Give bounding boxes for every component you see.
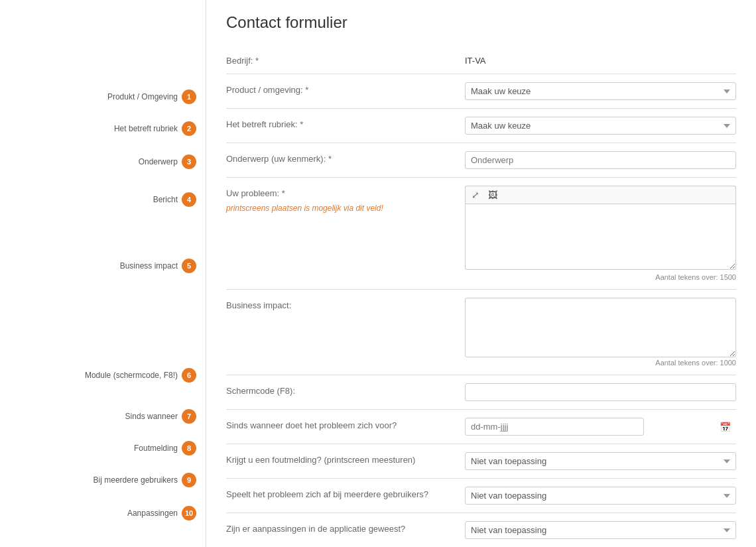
rubriek-control: Maak uw keuze <box>465 117 736 135</box>
company-section: Bedrijf: * IT-VA <box>226 45 736 74</box>
badge-9: 9 <box>182 473 196 487</box>
onderwerp-control <box>465 151 736 169</box>
rubriek-select[interactable]: Maak uw keuze <box>465 117 736 135</box>
badge-8: 8 <box>182 441 196 456</box>
product-label: Product / omgeving: * <box>226 82 452 95</box>
sidebar-label-7: Sinds wanneer <box>125 412 178 421</box>
badge-3: 3 <box>182 154 196 169</box>
business-textarea[interactable] <box>465 298 736 357</box>
sidebar-item-4: Bericht 4 <box>0 192 206 207</box>
rubriek-section: Het betreft rubriek: * Maak uw keuze <box>226 108 736 143</box>
meerdere-section: Speelt het probleem zich af bij meerdere… <box>226 478 736 513</box>
sidebar-label-9: Bij meerdere gebruikers <box>94 475 178 485</box>
sidebar-item-1: Produkt / Omgeving 1 <box>0 90 206 104</box>
meerdere-label: Speelt het probleem zich af bij meerdere… <box>226 487 452 499</box>
sidebar: Produkt / Omgeving 1 Het betreft rubriek… <box>0 0 206 547</box>
sidebar-item-5: Business impact 5 <box>0 259 206 273</box>
sinds-input[interactable] <box>465 418 644 436</box>
probleem-section: Uw probleem: * printscreens plaatsen is … <box>226 177 736 289</box>
schermcode-control <box>465 383 736 401</box>
onderwerp-section: Onderwerp (uw kenmerk): * <box>226 143 736 177</box>
sidebar-item-10: Aanpassingen 10 <box>0 506 206 520</box>
sinds-control: 📅 <box>465 418 736 436</box>
schermcode-label: Schermcode (F8): <box>226 383 452 396</box>
rubriek-label: Het betreft rubriek: * <box>226 117 452 129</box>
expand-icon[interactable]: ⤢ <box>470 189 481 201</box>
aanpassingen-select[interactable]: Niet van toepassing <box>465 521 736 539</box>
sidebar-label-2: Het betreft rubriek <box>114 124 178 133</box>
sinds-label: Sinds wanneer doet het probleem zich voo… <box>226 418 452 430</box>
business-label: Business impact: <box>226 298 452 310</box>
badge-5: 5 <box>182 259 196 273</box>
company-label: Bedrijf: * <box>226 53 452 66</box>
page-wrapper: Produkt / Omgeving 1 Het betreft rubriek… <box>0 0 756 547</box>
business-section: Business impact: Aantal tekens over: 100… <box>226 289 736 375</box>
sidebar-label-5: Business impact <box>120 261 178 271</box>
aanpassingen-control: Niet van toepassing <box>465 521 736 539</box>
sidebar-item-3: Onderwerp 3 <box>0 154 206 169</box>
business-char-count: Aantal tekens over: 1000 <box>465 359 736 367</box>
calendar-icon: 📅 <box>720 422 731 432</box>
schermcode-input[interactable] <box>465 383 736 401</box>
product-select[interactable]: Maak uw keuze <box>465 82 736 100</box>
probleem-char-count: Aantal tekens over: 1500 <box>465 273 736 281</box>
sidebar-item-7: Sinds wanneer 7 <box>0 409 206 424</box>
onderwerp-input[interactable] <box>465 151 736 169</box>
sidebar-item-9: Bij meerdere gebruikers 9 <box>0 473 206 487</box>
probleem-hint: printscreens plaatsen is mogelijk via di… <box>226 201 452 213</box>
date-wrapper: 📅 <box>465 418 736 436</box>
sidebar-label-10: Aanpassingen <box>127 509 178 518</box>
business-control: Aantal tekens over: 1000 <box>465 298 736 367</box>
probleem-label-group: Uw probleem: * printscreens plaatsen is … <box>226 186 452 213</box>
foutmelding-section: Krijgt u een foutmelding? (printscreen m… <box>226 444 736 478</box>
badge-2: 2 <box>182 121 196 136</box>
onderwerp-label: Onderwerp (uw kenmerk): * <box>226 151 452 164</box>
probleem-control: ⤢ 🖼 Aantal tekens over: 1500 <box>465 186 736 281</box>
probleem-textarea[interactable] <box>465 204 736 270</box>
badge-6: 6 <box>182 368 196 383</box>
sidebar-label-8: Foutmelding <box>134 444 178 453</box>
probleem-toolbar: ⤢ 🖼 <box>465 186 736 204</box>
sidebar-label-6: Module (schermcode, F8!) <box>85 371 178 380</box>
aanpassingen-label: Zijn er aanpassingen in de applicatie ge… <box>226 521 452 534</box>
probleem-textarea-container: ⤢ 🖼 <box>465 186 736 272</box>
sidebar-item-6: Module (schermcode, F8!) 6 <box>0 368 206 383</box>
foutmelding-control: Niet van toepassing <box>465 452 736 470</box>
aanpassingen-section: Zijn er aanpassingen in de applicatie ge… <box>226 513 736 547</box>
sidebar-label-4: Bericht <box>153 195 178 204</box>
company-value: IT-VA <box>465 53 486 66</box>
probleem-label: Uw probleem: * <box>226 186 452 198</box>
form-title: Contact formulier <box>226 13 736 32</box>
product-section: Product / omgeving: * Maak uw keuze <box>226 74 736 108</box>
image-icon[interactable]: 🖼 <box>487 189 499 201</box>
main-form: Contact formulier Bedrijf: * IT-VA Produ… <box>206 0 756 547</box>
sidebar-item-2: Het betreft rubriek 2 <box>0 121 206 136</box>
schermcode-section: Schermcode (F8): <box>226 375 736 409</box>
foutmelding-label: Krijgt u een foutmelding? (printscreen m… <box>226 452 452 465</box>
sidebar-label-1: Produkt / Omgeving <box>107 92 178 101</box>
badge-1: 1 <box>182 90 196 104</box>
meerdere-control: Niet van toepassing <box>465 487 736 505</box>
badge-10: 10 <box>182 506 196 520</box>
meerdere-select[interactable]: Niet van toepassing <box>465 487 736 505</box>
sinds-section: Sinds wanneer doet het probleem zich voo… <box>226 409 736 444</box>
sidebar-label-3: Onderwerp <box>139 157 178 166</box>
badge-7: 7 <box>182 409 196 424</box>
product-control: Maak uw keuze <box>465 82 736 100</box>
sidebar-item-8: Foutmelding 8 <box>0 441 206 456</box>
badge-4: 4 <box>182 192 196 207</box>
foutmelding-select[interactable]: Niet van toepassing <box>465 452 736 470</box>
